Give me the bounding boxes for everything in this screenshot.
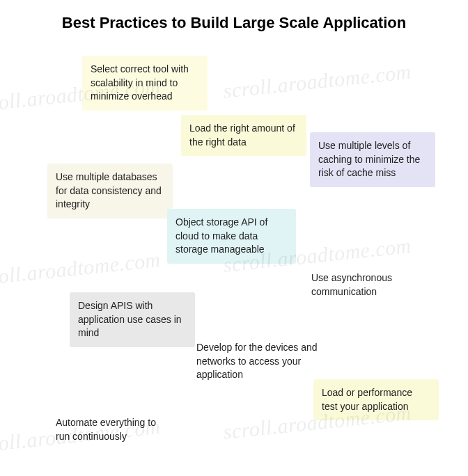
note-automate: Automate everything to run continuously <box>47 409 180 450</box>
note-async-comm: Use asynchronous communication <box>303 264 421 306</box>
note-databases: Use multiple databases for data consiste… <box>47 164 173 219</box>
note-develop-devices: Develop for the devices and networks to … <box>188 334 327 389</box>
watermark: scroll.aroadtome.com <box>222 60 412 103</box>
watermark: scroll.aroadtome.com <box>0 248 162 291</box>
diagram-title: Best Practices to Build Large Scale Appl… <box>0 14 468 32</box>
note-load-test: Load or performance test your applicatio… <box>313 379 439 420</box>
note-caching: Use multiple levels of caching to minimi… <box>310 132 435 187</box>
note-object-storage: Object storage API of cloud to make data… <box>167 209 296 264</box>
note-load-data: Load the right amount of the right data <box>181 115 306 156</box>
note-select-tool: Select correct tool with scalability in … <box>82 56 208 111</box>
note-design-apis: Design APIS with application use cases i… <box>70 292 195 347</box>
